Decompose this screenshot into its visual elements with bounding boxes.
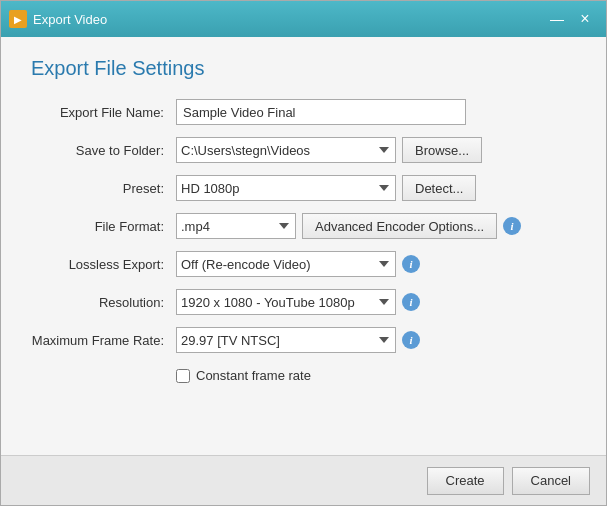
export-file-name-controls bbox=[176, 99, 576, 125]
frame-rate-info-icon[interactable]: i bbox=[402, 331, 420, 349]
file-format-controls: .mp4 Advanced Encoder Options... i bbox=[176, 213, 576, 239]
app-icon: ▶ bbox=[9, 10, 27, 28]
save-to-folder-label: Save to Folder: bbox=[31, 143, 176, 158]
file-format-info-icon[interactable]: i bbox=[503, 217, 521, 235]
titlebar-left: ▶ Export Video bbox=[9, 10, 107, 28]
frame-rate-label: Maximum Frame Rate: bbox=[31, 333, 176, 348]
preset-label: Preset: bbox=[31, 181, 176, 196]
lossless-info-icon[interactable]: i bbox=[402, 255, 420, 273]
resolution-row: Resolution: 1920 x 1080 - YouTube 1080p … bbox=[31, 288, 576, 316]
page-title: Export File Settings bbox=[31, 57, 576, 80]
frame-rate-row: Maximum Frame Rate: 29.97 [TV NTSC] i bbox=[31, 326, 576, 354]
file-format-select[interactable]: .mp4 bbox=[176, 213, 296, 239]
constant-frame-rate-row: Constant frame rate bbox=[176, 368, 576, 383]
preset-controls: HD 1080p Detect... bbox=[176, 175, 576, 201]
export-file-name-label: Export File Name: bbox=[31, 105, 176, 120]
form-area: Export File Name: Save to Folder: C:\Use… bbox=[31, 98, 576, 439]
save-to-folder-row: Save to Folder: C:\Users\stegn\Videos Br… bbox=[31, 136, 576, 164]
lossless-export-select[interactable]: Off (Re-encode Video) bbox=[176, 251, 396, 277]
minimize-button[interactable]: — bbox=[544, 6, 570, 32]
resolution-label: Resolution: bbox=[31, 295, 176, 310]
file-format-row: File Format: .mp4 Advanced Encoder Optio… bbox=[31, 212, 576, 240]
window-title: Export Video bbox=[33, 12, 107, 27]
preset-row: Preset: HD 1080p Detect... bbox=[31, 174, 576, 202]
content-area: Export File Settings Export File Name: S… bbox=[1, 37, 606, 455]
titlebar: ▶ Export Video — × bbox=[1, 1, 606, 37]
preset-select[interactable]: HD 1080p bbox=[176, 175, 396, 201]
constant-frame-rate-label[interactable]: Constant frame rate bbox=[196, 368, 311, 383]
titlebar-buttons: — × bbox=[544, 6, 598, 32]
export-video-window: ▶ Export Video — × Export File Settings … bbox=[0, 0, 607, 506]
constant-frame-rate-checkbox[interactable] bbox=[176, 369, 190, 383]
resolution-controls: 1920 x 1080 - YouTube 1080p i bbox=[176, 289, 576, 315]
browse-button[interactable]: Browse... bbox=[402, 137, 482, 163]
resolution-select[interactable]: 1920 x 1080 - YouTube 1080p bbox=[176, 289, 396, 315]
frame-rate-select[interactable]: 29.97 [TV NTSC] bbox=[176, 327, 396, 353]
frame-rate-controls: 29.97 [TV NTSC] i bbox=[176, 327, 576, 353]
export-file-name-input[interactable] bbox=[176, 99, 466, 125]
cancel-button[interactable]: Cancel bbox=[512, 467, 590, 495]
file-format-label: File Format: bbox=[31, 219, 176, 234]
footer: Create Cancel bbox=[1, 455, 606, 505]
create-button[interactable]: Create bbox=[427, 467, 504, 495]
detect-button[interactable]: Detect... bbox=[402, 175, 476, 201]
lossless-export-controls: Off (Re-encode Video) i bbox=[176, 251, 576, 277]
advanced-encoder-button[interactable]: Advanced Encoder Options... bbox=[302, 213, 497, 239]
lossless-export-row: Lossless Export: Off (Re-encode Video) i bbox=[31, 250, 576, 278]
export-file-name-row: Export File Name: bbox=[31, 98, 576, 126]
close-button[interactable]: × bbox=[572, 6, 598, 32]
save-to-folder-select[interactable]: C:\Users\stegn\Videos bbox=[176, 137, 396, 163]
lossless-export-label: Lossless Export: bbox=[31, 257, 176, 272]
resolution-info-icon[interactable]: i bbox=[402, 293, 420, 311]
save-to-folder-controls: C:\Users\stegn\Videos Browse... bbox=[176, 137, 576, 163]
